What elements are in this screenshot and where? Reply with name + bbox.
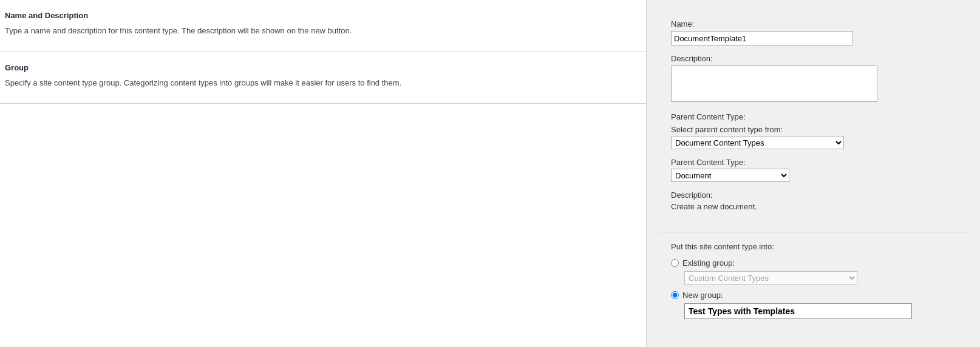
left-panel: Name and Description Type a name and des…: [0, 0, 647, 347]
new-group-radio-row: New group:: [671, 291, 956, 300]
new-group-input[interactable]: [684, 303, 912, 319]
name-description-section: Name and Description Type a name and des…: [0, 0, 646, 52]
new-group-radio[interactable]: [671, 291, 679, 299]
group-section-left: Group Specify a site content type group.…: [0, 52, 646, 104]
parent-ct-sub-label: Parent Content Type:: [671, 158, 956, 167]
existing-group-label[interactable]: Existing group:: [682, 258, 735, 268]
parent-ct-heading: Parent Content Type:: [671, 112, 956, 121]
select-from-dropdown[interactable]: Document Content Types List Content Type…: [671, 136, 844, 149]
parent-content-type-section: Parent Content Type: Select parent conte…: [671, 112, 956, 211]
put-label: Put this site content type into:: [671, 242, 956, 251]
new-group-input-row: [684, 303, 956, 319]
description-label: Description:: [671, 54, 956, 63]
existing-group-radio-row: Existing group:: [671, 258, 956, 268]
ct-desc-label: Description:: [671, 190, 956, 200]
ct-desc-field-group: Description: Create a new document.: [671, 190, 956, 211]
existing-group-dropdown-row: Custom Content Types Document Content Ty…: [684, 271, 956, 285]
name-fields-section: Name: Description: Parent Content Type: …: [659, 10, 968, 232]
name-field-group: Name:: [671, 19, 956, 45]
group-desc: Specify a site content type group. Categ…: [5, 77, 634, 89]
name-description-desc: Type a name and description for this con…: [5, 25, 634, 37]
existing-group-radio[interactable]: [671, 259, 679, 267]
ct-desc-text: Create a new document.: [671, 202, 956, 211]
description-textarea[interactable]: [671, 66, 877, 102]
parent-ct-dropdown[interactable]: Document Basic Page Dublin Core Columns …: [671, 169, 789, 182]
description-field-group: Description:: [671, 54, 956, 104]
select-from-field-group: Select parent content type from: Documen…: [671, 125, 956, 149]
page-layout: Name and Description Type a name and des…: [0, 0, 980, 347]
name-label: Name:: [671, 19, 956, 29]
name-input[interactable]: [671, 31, 853, 45]
right-panel: Name: Description: Parent Content Type: …: [647, 0, 980, 347]
name-description-title: Name and Description: [5, 11, 634, 20]
new-group-label[interactable]: New group:: [682, 291, 723, 300]
group-title: Group: [5, 63, 634, 72]
group-fields-section: Put this site content type into: Existin…: [659, 232, 968, 329]
parent-ct-sub-field-group: Parent Content Type: Document Basic Page…: [671, 158, 956, 182]
existing-group-dropdown[interactable]: Custom Content Types Document Content Ty…: [684, 271, 857, 285]
select-from-label: Select parent content type from:: [671, 125, 956, 134]
